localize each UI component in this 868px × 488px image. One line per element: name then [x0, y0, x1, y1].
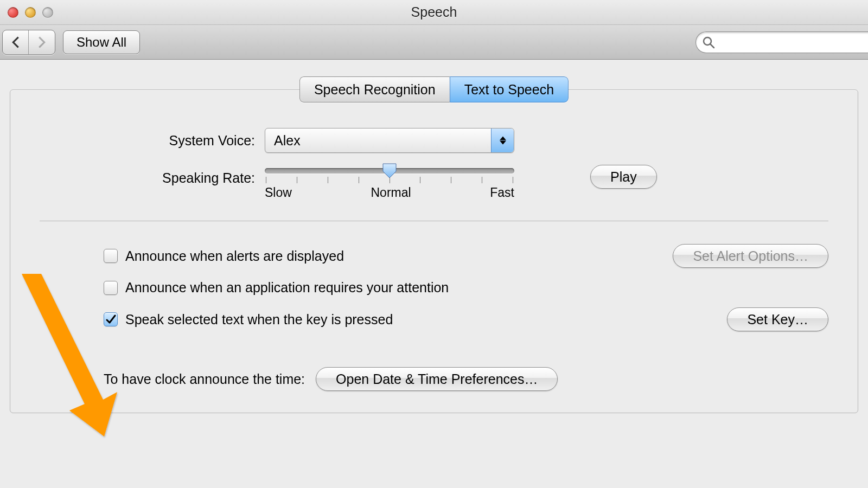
annotation-arrow-icon: [22, 274, 130, 442]
zoom-window-icon[interactable]: [42, 7, 53, 18]
clock-intro-label: To have clock announce the time:: [104, 371, 305, 387]
separator: [40, 221, 828, 221]
speaking-rate-label: Speaking Rate:: [132, 168, 265, 186]
set-key-button[interactable]: Set Key…: [727, 307, 828, 331]
speak-selected-label: Speak selected text when the key is pres…: [125, 312, 716, 328]
announce-alerts-checkbox[interactable]: [104, 249, 118, 263]
tab-text-to-speech[interactable]: Text to Speech: [450, 76, 569, 102]
nav-segment: [2, 30, 55, 55]
forward-button[interactable]: [29, 30, 55, 54]
search-input[interactable]: [695, 31, 868, 53]
tab-speech-recognition[interactable]: Speech Recognition: [299, 76, 450, 102]
content: Speech Recognition Text to Speech System…: [0, 60, 868, 413]
tabs: Speech Recognition Text to Speech: [299, 76, 569, 102]
set-alert-options-button[interactable]: Set Alert Options…: [673, 244, 828, 268]
traffic-lights: [0, 7, 53, 18]
back-button[interactable]: [3, 30, 29, 54]
close-window-icon[interactable]: [8, 7, 18, 18]
show-all-button[interactable]: Show All: [63, 30, 140, 54]
chevron-left-icon: [11, 36, 21, 48]
chevron-right-icon: [37, 36, 47, 48]
announce-app-label: Announce when an application requires yo…: [125, 280, 828, 296]
open-date-time-button[interactable]: Open Date & Time Preferences…: [316, 367, 558, 391]
tab-pane: System Voice: Alex Speaking Rate:: [10, 89, 858, 413]
toolbar: Show All: [0, 25, 868, 60]
system-voice-value: Alex: [274, 133, 301, 149]
titlebar: Speech: [0, 0, 868, 25]
window-title: Speech: [0, 4, 868, 20]
slider-label-normal: Normal: [371, 185, 411, 200]
speaking-rate-slider[interactable]: [265, 168, 514, 183]
minimize-window-icon[interactable]: [25, 7, 36, 18]
search-icon: [702, 36, 715, 49]
system-voice-popup[interactable]: Alex: [265, 128, 514, 153]
clock-row: To have clock announce the time: Open Da…: [40, 367, 828, 391]
system-voice-label: System Voice:: [132, 133, 265, 149]
search-wrap: [695, 31, 868, 53]
announce-alerts-label: Announce when alerts are displayed: [125, 248, 662, 264]
slider-label-slow: Slow: [265, 185, 292, 200]
popup-stepper-icon: [491, 129, 514, 152]
slider-label-fast: Fast: [490, 185, 514, 200]
svg-line-1: [710, 44, 714, 48]
slider-thumb-icon[interactable]: [382, 163, 397, 179]
play-button[interactable]: Play: [590, 165, 657, 189]
slider-labels: Slow Normal Fast: [265, 185, 514, 200]
